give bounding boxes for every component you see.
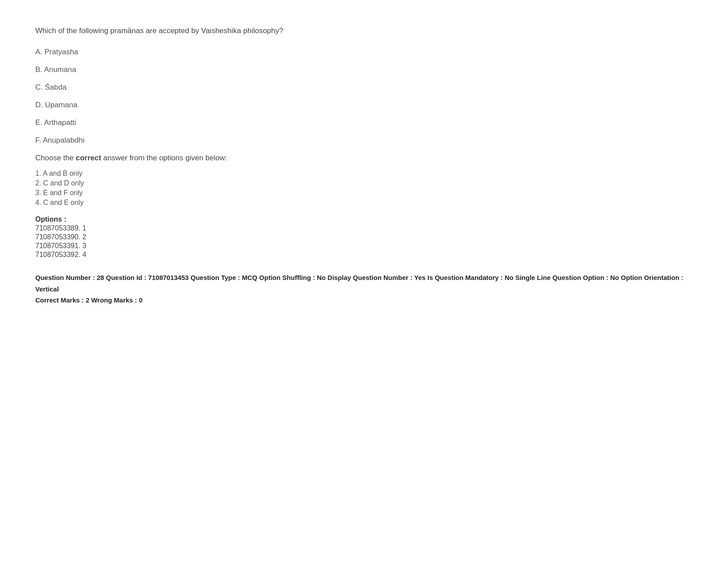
meta-line1: Question Number : 28 Question Id : 71087… bbox=[35, 272, 693, 295]
answer-option-2: 2. C and D only bbox=[35, 179, 693, 187]
options-section-label: Options : bbox=[35, 215, 693, 223]
answer-option-1: 1. A and B only bbox=[35, 170, 693, 178]
answer-option-3: 3. E and F only bbox=[35, 189, 693, 197]
answer-option-4: 4. C and E only bbox=[35, 199, 693, 207]
option-a: A. Pratyasha bbox=[35, 48, 693, 57]
question-text: Which of the following pramānas are acce… bbox=[35, 26, 693, 35]
option-id-3: 71087053391. 3 bbox=[35, 242, 693, 250]
choose-bold: correct bbox=[76, 154, 101, 162]
options-list: A. Pratyasha B. Anumana C. Śabda D. Upam… bbox=[35, 48, 693, 145]
option-id-2: 71087053390. 2 bbox=[35, 233, 693, 241]
choose-after: answer from the options given below: bbox=[101, 154, 227, 162]
option-f: F. Anupalabdhi bbox=[35, 136, 693, 145]
choose-instruction: Choose the correct answer from the optio… bbox=[35, 154, 693, 162]
answer-options-list: 1. A and B only 2. C and D only 3. E and… bbox=[35, 170, 693, 207]
option-id-4: 71087053392. 4 bbox=[35, 251, 693, 259]
choose-before: Choose the bbox=[35, 154, 76, 162]
question-meta: Question Number : 28 Question Id : 71087… bbox=[35, 272, 693, 306]
option-d: D. Upamana bbox=[35, 101, 693, 110]
meta-line2: Correct Marks : 2 Wrong Marks : 0 bbox=[35, 295, 693, 306]
option-e: E. Arthapatti bbox=[35, 118, 693, 127]
options-section: Options : 71087053389. 1 71087053390. 2 … bbox=[35, 215, 693, 259]
option-c: C. Śabda bbox=[35, 83, 693, 92]
option-b: B. Anumana bbox=[35, 65, 693, 74]
option-id-1: 71087053389. 1 bbox=[35, 224, 693, 232]
